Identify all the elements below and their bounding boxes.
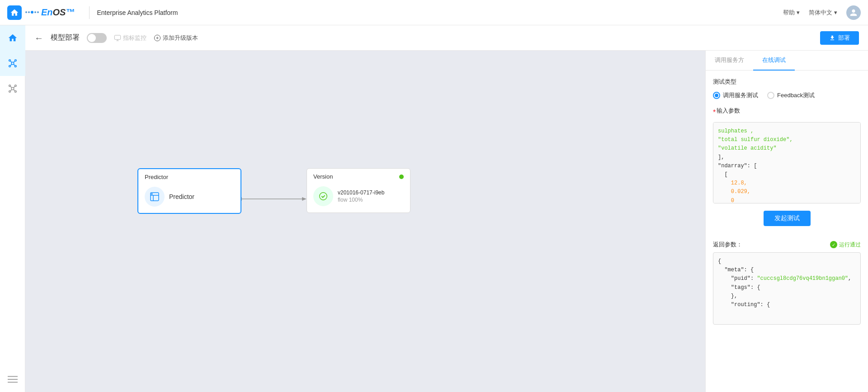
svg-rect-21 xyxy=(114,35,120,39)
svg-line-7 xyxy=(10,64,12,66)
return-line-2: "meta": { xyxy=(718,266,856,274)
svg-point-10 xyxy=(9,85,10,87)
deploy-button[interactable]: 部署 xyxy=(820,31,859,45)
input-code-box[interactable]: sulphates , "total sulfur dioxide", "vol… xyxy=(713,122,861,203)
predictor-node-body: Predictor xyxy=(138,183,241,213)
svg-point-30 xyxy=(151,194,152,194)
svg-line-5 xyxy=(10,61,12,62)
panel-body: 测试类型 调用服务测试 Feedback测试 * xyxy=(706,71,868,392)
predictor-icon xyxy=(145,187,165,207)
tab-online-debug[interactable]: 在线调试 xyxy=(753,51,795,71)
code-line-7: 12.8, xyxy=(718,179,856,188)
svg-point-4 xyxy=(14,66,16,67)
radio-circle-unselected xyxy=(767,92,774,99)
svg-point-2 xyxy=(14,60,16,61)
panel-tabs: 调用服务方 在线调试 xyxy=(706,51,868,71)
canvas[interactable]: Predictor Predictor xyxy=(25,51,705,392)
pass-label: 运行通过 xyxy=(839,241,861,249)
sidebar-item-model[interactable] xyxy=(0,51,25,76)
help-arrow-icon: ▾ xyxy=(797,9,800,16)
svg-rect-19 xyxy=(8,379,18,380)
version-id: v201016-0717-i9eb xyxy=(338,189,384,196)
pass-icon: ✓ xyxy=(830,241,837,248)
code-line-1: sulphates , xyxy=(718,127,856,136)
predictor-node-header: Predictor xyxy=(138,169,241,183)
header-divider xyxy=(89,6,90,19)
svg-rect-18 xyxy=(8,376,18,377)
pass-badge: ✓ 运行通过 xyxy=(830,241,861,249)
version-icon xyxy=(313,186,333,206)
toggle-switch[interactable] xyxy=(87,33,107,43)
svg-line-16 xyxy=(10,90,12,91)
return-line-4: "tags": { xyxy=(718,283,856,292)
required-star: * xyxy=(713,109,716,117)
return-line-1: { xyxy=(718,257,856,266)
code-line-5: "ndarray": [ xyxy=(718,162,856,170)
version-node-header: Version xyxy=(307,169,410,183)
home-icon[interactable] xyxy=(7,5,22,20)
canvas-panel: Predictor Predictor xyxy=(25,51,868,392)
svg-marker-32 xyxy=(302,197,307,201)
version-flow: flow 100% xyxy=(338,197,384,203)
code-line-6: [ xyxy=(718,170,856,179)
body-layout: ← 模型部署 指标监控 添加升级版本 xyxy=(0,25,868,392)
return-params-label: 返回参数： xyxy=(713,241,742,249)
svg-line-8 xyxy=(13,64,14,66)
svg-point-11 xyxy=(14,85,16,87)
sidebar-item-menu[interactable] xyxy=(0,367,25,392)
sidebar-item-home[interactable] xyxy=(0,25,25,51)
radio-feedback[interactable]: Feedback测试 xyxy=(767,91,815,99)
return-line-3: "puid": "cuccsgl8cdg76vq419bn1ggan0", xyxy=(718,274,856,283)
svg-line-15 xyxy=(13,86,14,88)
avatar[interactable] xyxy=(846,5,861,20)
test-type-label: 测试类型 xyxy=(713,78,861,86)
toolbar-title: 模型部署 xyxy=(51,33,80,43)
version-info: v201016-0717-i9eb flow 100% xyxy=(338,189,384,203)
monitor-section: 指标监控 xyxy=(114,34,146,42)
sidebar-item-analytics[interactable] xyxy=(0,76,25,101)
code-line-8: 0.029, xyxy=(718,188,856,196)
test-button[interactable]: 发起测试 xyxy=(764,211,811,226)
predictor-node[interactable]: Predictor Predictor xyxy=(137,168,241,214)
svg-point-34 xyxy=(320,193,327,200)
radio-circle-selected xyxy=(713,92,720,99)
code-line-2: "total sulfur dioxide", xyxy=(718,136,856,144)
return-line-5: }, xyxy=(718,292,856,301)
main-area: ← 模型部署 指标监控 添加升级版本 xyxy=(25,25,868,392)
svg-point-12 xyxy=(9,91,10,93)
code-line-3: "volatile acidity" xyxy=(718,144,856,153)
logo: EnOS™ xyxy=(7,5,75,20)
svg-point-3 xyxy=(9,66,10,67)
status-dot xyxy=(399,175,404,179)
flow-arrow xyxy=(241,194,307,203)
language-button[interactable]: 简体中文 ▾ xyxy=(809,9,837,17)
toolbar: ← 模型部署 指标监控 添加升级版本 xyxy=(25,25,868,51)
header: EnOS™ Enterprise Analytics Platform 帮助 ▾… xyxy=(0,0,868,25)
enos-brand: EnOS™ xyxy=(41,7,75,18)
svg-rect-20 xyxy=(8,382,18,383)
help-button[interactable]: 帮助 ▾ xyxy=(783,9,800,17)
svg-line-6 xyxy=(13,61,14,62)
enos-logo: EnOS™ xyxy=(25,7,75,18)
back-button[interactable]: ← xyxy=(34,33,43,43)
right-panel: 调用服务方 在线调试 测试类型 调用服务测试 xyxy=(705,51,868,392)
lang-arrow-icon: ▾ xyxy=(834,9,837,16)
add-label: 添加升级版本 xyxy=(163,34,198,42)
sidebar xyxy=(0,25,25,392)
platform-title: Enterprise Analytics Platform xyxy=(97,9,783,16)
svg-point-1 xyxy=(9,60,10,61)
code-line-9: 0 xyxy=(718,197,856,204)
radio-call-service[interactable]: 调用服务测试 xyxy=(713,91,758,99)
return-line-6: "routing": { xyxy=(718,301,856,309)
svg-line-14 xyxy=(10,86,12,88)
radio-group: 调用服务测试 Feedback测试 xyxy=(713,91,861,99)
return-header: 返回参数： ✓ 运行通过 xyxy=(713,241,861,249)
header-right: 帮助 ▾ 简体中文 ▾ xyxy=(783,5,861,20)
add-version-button[interactable]: 添加升级版本 xyxy=(154,34,198,42)
monitor-label: 指标监控 xyxy=(123,34,146,42)
tab-call-service[interactable]: 调用服务方 xyxy=(706,51,753,71)
svg-line-17 xyxy=(13,90,14,91)
version-node-body: v201016-0717-i9eb flow 100% xyxy=(307,183,410,213)
return-code-box[interactable]: { "meta": { "puid": "cuccsgl8cdg76vq419b… xyxy=(713,252,861,325)
version-node[interactable]: Version v201016-0717-i9eb flow 100 xyxy=(307,168,410,213)
